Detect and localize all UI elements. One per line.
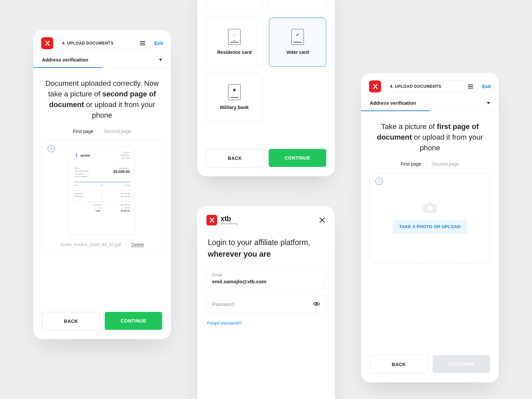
take-photo-button[interactable]: TAKE A PHOTO OR UPLOAD [393,219,467,234]
brand-logo: xtb online trading [206,215,238,225]
chevron-down-icon [159,59,162,61]
forgot-password-link[interactable]: Forgot password? [197,314,335,335]
page-tabs: First page | Second page [33,124,171,140]
eye-icon[interactable] [313,302,320,306]
doc-card-cropped-1[interactable] [206,0,263,12]
back-button[interactable]: BACK [370,355,428,374]
section-dropdown[interactable]: Address verification [361,92,499,110]
screen-take-photo: 4. UPLOAD DOCUMENTS Exit Address verific… [361,73,499,382]
svg-point-0 [76,154,77,155]
back-button[interactable]: BACK [42,312,100,331]
uploaded-filename: Acme_invoice_2020_03_02.pdf [60,242,121,247]
step-selector[interactable]: 4. UPLOAD DOCUMENTS [386,80,477,92]
doc-card-voter[interactable]: ✓ Voter card [269,18,326,67]
logo-icon [41,37,53,49]
continue-button[interactable]: CONTINUE [105,312,162,330]
logo-icon [369,80,381,92]
section-title: Address verification [370,100,416,106]
instruction-text: Take a picture of first page of document… [361,111,499,157]
screen-doc-type: ◦─ Residence card ✓ Voter card ★ Militar… [197,0,335,176]
delete-file-link[interactable]: Delete [131,242,144,247]
voter-card-icon: ✓ [291,29,304,45]
page-tabs: First page | Second page [361,157,499,173]
chevron-down-icon [487,102,490,104]
info-icon[interactable]: i [48,145,55,152]
password-field[interactable]: Password [206,294,326,314]
doc-card-military[interactable]: ★ Military book [206,73,263,122]
email-field[interactable]: Email emil.samojlo@xtb.com [206,268,326,289]
menu-icon [468,84,473,88]
section-dropdown[interactable]: Address verification [33,49,171,67]
doc-card-residence[interactable]: ◦─ Residence card [206,18,263,67]
step-selector[interactable]: 4. UPLOAD DOCUMENTS [58,37,150,49]
military-book-icon: ★ [228,84,241,100]
doc-card-cropped-2[interactable] [269,0,326,12]
login-title: Login to your affiliate platform, wherev… [197,225,335,263]
exit-link[interactable]: Exit [154,41,163,46]
document-thumbnail[interactable]: acme Invoice#0293847May 2020 Bill toJohn… [69,146,135,235]
step-label: 4. UPLOAD DOCUMENTS [390,84,441,89]
camera-icon [423,201,437,213]
screen-login: xtb online trading Login to your affilia… [197,206,335,399]
tab-first-page[interactable]: First page [73,129,93,134]
svg-point-1 [316,303,317,305]
screen-upload-success: 4. UPLOAD DOCUMENTS Exit Address verific… [33,30,171,339]
close-icon[interactable] [319,217,326,223]
upload-dropzone[interactable]: i TAKE A PHOTO OR UPLOAD [370,173,490,263]
info-icon[interactable]: i [375,178,383,185]
tab-second-page[interactable]: Second page [432,161,460,167]
svg-point-2 [428,206,432,210]
section-title: Address verification [42,57,88,63]
tab-first-page[interactable]: First page [401,161,421,167]
exit-link[interactable]: Exit [482,84,491,89]
continue-button-disabled: CONTINUE [433,355,490,373]
uploaded-document-preview: i acme Invoice#0293847May 2020 Bill toJo… [42,140,162,255]
id-card-icon: ◦─ [228,29,241,45]
tab-second-page[interactable]: Second page [104,129,132,134]
instruction-text: Document uploaded correctly. Now take a … [33,68,171,124]
step-label: 4. UPLOAD DOCUMENTS [62,41,113,46]
back-button[interactable]: BACK [206,149,264,168]
menu-icon [140,41,145,45]
continue-button[interactable]: CONTINUE [269,149,326,167]
